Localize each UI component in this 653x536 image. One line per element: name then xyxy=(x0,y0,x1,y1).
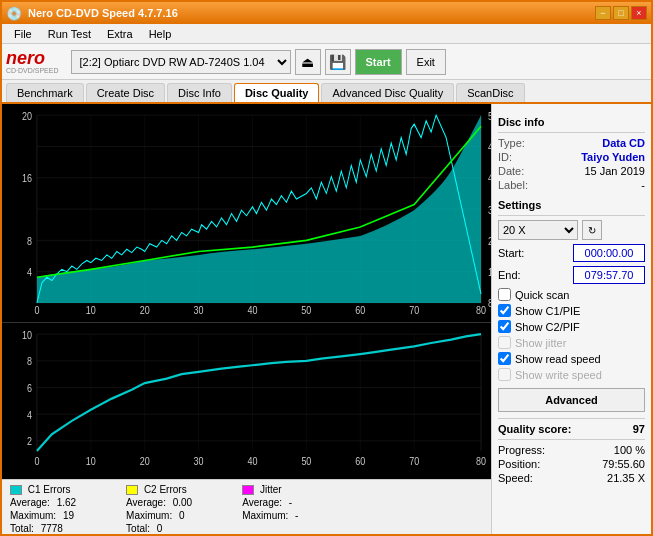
jitter-average-label: Average: xyxy=(242,497,282,508)
menu-run-test[interactable]: Run Test xyxy=(40,26,99,42)
svg-text:56: 56 xyxy=(488,110,491,122)
svg-text:10: 10 xyxy=(86,305,96,317)
show-read-speed-checkbox[interactable] xyxy=(498,352,511,365)
close-button[interactable]: × xyxy=(631,6,647,20)
progress-value: 100 % xyxy=(614,444,645,456)
app-logo: nero xyxy=(6,49,59,67)
c1-maximum-label: Maximum: xyxy=(10,510,56,521)
disc-label-row: Label: - xyxy=(498,179,645,191)
main-content: 20 16 8 4 56 48 40 32 24 16 8 0 10 20 xyxy=(2,104,651,536)
right-panel: Disc info Type: Data CD ID: Taiyo Yuden … xyxy=(491,104,651,536)
progress-label: Progress: xyxy=(498,444,545,456)
jitter-average-row: Average: - xyxy=(242,497,298,508)
toolbar: nero CD·DVD/SPEED [2:2] Optiarc DVD RW A… xyxy=(2,44,651,80)
position-row: Position: 79:55.60 xyxy=(498,458,645,470)
show-c1-pie-row: Show C1/PIE xyxy=(498,304,645,317)
speed-row: 20 X 4 X 8 X 16 X Max ↻ xyxy=(498,220,645,240)
disc-type-value: Data CD xyxy=(602,137,645,149)
disc-id-label: ID: xyxy=(498,151,512,163)
quick-scan-row: Quick scan xyxy=(498,288,645,301)
quick-scan-checkbox[interactable] xyxy=(498,288,511,301)
c1-maximum-row: Maximum: 19 xyxy=(10,510,76,521)
jitter-color-box xyxy=(242,485,254,495)
c1-total-value: 7778 xyxy=(41,523,63,534)
menu-help[interactable]: Help xyxy=(141,26,180,42)
svg-text:40: 40 xyxy=(247,305,257,317)
quality-divider xyxy=(498,418,645,419)
svg-text:16: 16 xyxy=(488,267,491,279)
tab-benchmark[interactable]: Benchmark xyxy=(6,83,84,102)
svg-text:0: 0 xyxy=(34,456,39,468)
tab-disc-info[interactable]: Disc Info xyxy=(167,83,232,102)
quick-scan-label: Quick scan xyxy=(515,289,569,301)
end-input[interactable] xyxy=(573,266,645,284)
show-read-speed-label: Show read speed xyxy=(515,353,601,365)
drive-selector[interactable]: [2:2] Optiarc DVD RW AD-7240S 1.04 xyxy=(71,50,291,74)
c2-maximum-value: 0 xyxy=(179,510,185,521)
c1-average-label: Average: xyxy=(10,497,50,508)
show-c2-pif-checkbox[interactable] xyxy=(498,320,511,333)
c2-average-row: Average: 0.00 xyxy=(126,497,192,508)
charts-panel: 20 16 8 4 56 48 40 32 24 16 8 0 10 20 xyxy=(2,104,491,536)
tabs-bar: Benchmark Create Disc Disc Info Disc Qua… xyxy=(2,80,651,104)
svg-text:80: 80 xyxy=(476,456,486,468)
progress-row: Progress: 100 % xyxy=(498,444,645,456)
legend-c1: C1 Errors Average: 1.62 Maximum: 19 Tota… xyxy=(10,484,76,534)
start-button[interactable]: Start xyxy=(355,49,402,75)
quality-score-value: 97 xyxy=(633,423,645,435)
minimize-button[interactable]: − xyxy=(595,6,611,20)
svg-text:8: 8 xyxy=(27,356,32,368)
legend-area: C1 Errors Average: 1.62 Maximum: 19 Tota… xyxy=(2,479,491,536)
maximize-button[interactable]: □ xyxy=(613,6,629,20)
tab-disc-quality[interactable]: Disc Quality xyxy=(234,83,320,102)
svg-text:40: 40 xyxy=(247,456,257,468)
settings-divider xyxy=(498,215,645,216)
chart-c1: 20 16 8 4 56 48 40 32 24 16 8 0 10 20 xyxy=(2,104,491,323)
c2-maximum-row: Maximum: 0 xyxy=(126,510,192,521)
c1-label: C1 Errors xyxy=(28,484,71,495)
disc-label-label: Label: xyxy=(498,179,528,191)
svg-text:70: 70 xyxy=(409,305,419,317)
legend-jitter: Jitter Average: - Maximum: - xyxy=(242,484,298,534)
c1-maximum-value: 19 xyxy=(63,510,74,521)
jitter-maximum-value: - xyxy=(295,510,298,521)
tab-create-disc[interactable]: Create Disc xyxy=(86,83,165,102)
logo-area: nero CD·DVD/SPEED xyxy=(6,49,59,74)
advanced-button[interactable]: Advanced xyxy=(498,388,645,412)
start-input[interactable] xyxy=(573,244,645,262)
c1-color-box xyxy=(10,485,22,495)
show-c2-pif-row: Show C2/PIF xyxy=(498,320,645,333)
show-write-speed-checkbox[interactable] xyxy=(498,368,511,381)
chart-speed-svg: 10 8 6 4 2 0 10 20 30 40 50 60 70 80 xyxy=(2,323,491,479)
svg-text:50: 50 xyxy=(301,305,311,317)
stats-divider xyxy=(498,439,645,440)
eject-icon-button[interactable]: ⏏ xyxy=(295,49,321,75)
menu-file[interactable]: File xyxy=(6,26,40,42)
legend-c2: C2 Errors Average: 0.00 Maximum: 0 Total… xyxy=(126,484,192,534)
show-jitter-checkbox[interactable] xyxy=(498,336,511,349)
app-logo-sub: CD·DVD/SPEED xyxy=(6,67,59,74)
save-icon-button[interactable]: 💾 xyxy=(325,49,351,75)
app-window: 💿 Nero CD-DVD Speed 4.7.7.16 − □ × File … xyxy=(0,0,653,536)
menu-extra[interactable]: Extra xyxy=(99,26,141,42)
c2-label: C2 Errors xyxy=(144,484,187,495)
settings-section-label: Settings xyxy=(498,199,645,211)
disc-id-value: Taiyo Yuden xyxy=(581,151,645,163)
svg-text:70: 70 xyxy=(409,456,419,468)
menu-bar: File Run Test Extra Help xyxy=(2,24,651,44)
disc-type-row: Type: Data CD xyxy=(498,137,645,149)
tab-advanced-disc-quality[interactable]: Advanced Disc Quality xyxy=(321,83,454,102)
jitter-maximum-row: Maximum: - xyxy=(242,510,298,521)
position-label: Position: xyxy=(498,458,540,470)
refresh-button[interactable]: ↻ xyxy=(582,220,602,240)
tab-scan-disc[interactable]: ScanDisc xyxy=(456,83,524,102)
show-write-speed-label: Show write speed xyxy=(515,369,602,381)
title-bar-left: 💿 Nero CD-DVD Speed 4.7.7.16 xyxy=(6,6,178,21)
show-c1-pie-checkbox[interactable] xyxy=(498,304,511,317)
speed-selector[interactable]: 20 X 4 X 8 X 16 X Max xyxy=(498,220,578,240)
speed-stat-value: 21.35 X xyxy=(607,472,645,484)
show-read-speed-row: Show read speed xyxy=(498,352,645,365)
disc-label-value: - xyxy=(641,179,645,191)
exit-button[interactable]: Exit xyxy=(406,49,446,75)
svg-text:60: 60 xyxy=(355,305,365,317)
